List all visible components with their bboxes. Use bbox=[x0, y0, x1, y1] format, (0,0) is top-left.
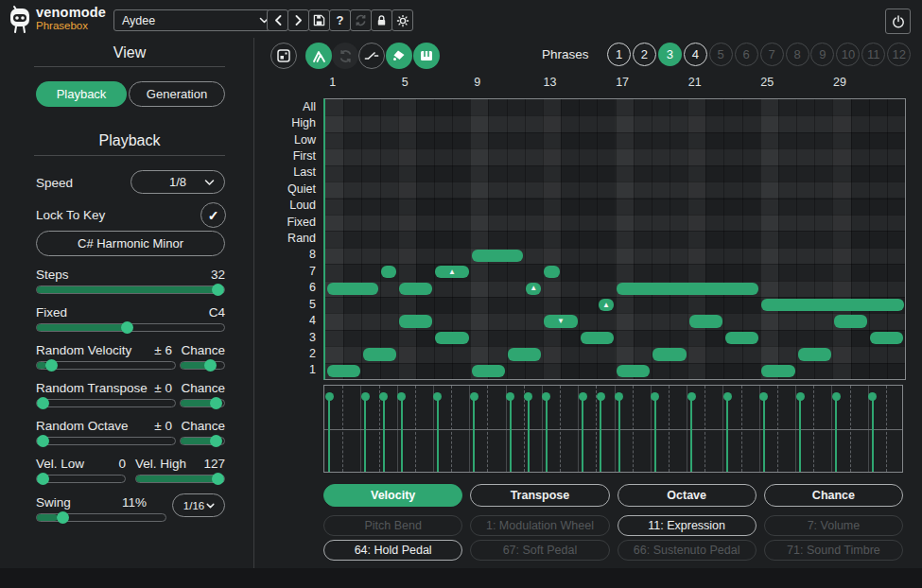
velocity-stem-step25[interactable] bbox=[763, 397, 765, 472]
velocity-stem-step23[interactable] bbox=[726, 397, 728, 472]
draw-tool-button[interactable] bbox=[305, 43, 332, 69]
save-preset-button[interactable] bbox=[308, 9, 330, 31]
slider-thumb[interactable] bbox=[45, 359, 58, 372]
scale-select-button[interactable]: C# Harmonic Minor bbox=[36, 231, 225, 256]
phrase-button-3[interactable]: 3 bbox=[658, 43, 682, 66]
slider-thumb[interactable] bbox=[210, 435, 222, 447]
param-button-7-volume[interactable]: 7: Volume bbox=[764, 515, 903, 536]
velocity-stem-handle-step7[interactable] bbox=[433, 392, 442, 401]
note-row3-step23[interactable] bbox=[725, 332, 758, 344]
note-row7-step7[interactable]: ▲ bbox=[435, 266, 468, 278]
note-row1-step25[interactable] bbox=[761, 365, 794, 377]
velocity-stem-handle-step16[interactable] bbox=[597, 392, 605, 401]
velocity-stem-handle-step4[interactable] bbox=[379, 392, 388, 401]
refresh-button[interactable] bbox=[350, 9, 372, 31]
preset-select[interactable]: Aydee bbox=[113, 9, 278, 31]
phrase-button-1[interactable]: 1 bbox=[607, 43, 631, 66]
random-transpose-slider[interactable] bbox=[36, 399, 176, 407]
steps-slider[interactable] bbox=[36, 285, 225, 294]
note-row4-step29[interactable] bbox=[834, 315, 867, 327]
random-velocity-chance-slider[interactable] bbox=[180, 361, 225, 370]
note-row3-step7[interactable] bbox=[435, 332, 468, 344]
note-row6-step17[interactable] bbox=[617, 283, 758, 295]
swing-grid-select[interactable]: 1/16 bbox=[172, 493, 225, 517]
note-row8-step9[interactable] bbox=[472, 250, 524, 262]
slider-thumb[interactable] bbox=[121, 321, 133, 334]
note-row1-step9[interactable] bbox=[472, 365, 505, 377]
slider-thumb[interactable] bbox=[37, 397, 49, 409]
velocity-stem-step31[interactable] bbox=[872, 397, 874, 472]
velocity-stem-step9[interactable] bbox=[473, 397, 475, 472]
velocity-stem-handle-step12[interactable] bbox=[524, 392, 532, 401]
help-button[interactable]: ? bbox=[329, 9, 351, 31]
velocity-stem-handle-step25[interactable] bbox=[759, 392, 768, 401]
power-button[interactable] bbox=[885, 9, 911, 34]
velocity-lane[interactable] bbox=[323, 385, 903, 473]
velocity-stem-step12[interactable] bbox=[528, 397, 530, 472]
speed-select[interactable]: 1/8 bbox=[130, 170, 225, 194]
phrase-button-11[interactable]: 11 bbox=[861, 43, 885, 66]
param-button-1-modulation-wheel[interactable]: 1: Modulation Wheel bbox=[470, 515, 609, 536]
phrase-button-9[interactable]: 9 bbox=[810, 43, 834, 66]
phrase-button-6[interactable]: 6 bbox=[735, 43, 758, 66]
lock-to-key-checkbox[interactable]: ✓ bbox=[200, 202, 226, 228]
random-transpose-chance-slider[interactable] bbox=[180, 399, 225, 407]
note-row5-step16[interactable]: ▲ bbox=[599, 299, 614, 311]
note-row2-step19[interactable] bbox=[652, 348, 686, 360]
slider-thumb[interactable] bbox=[204, 359, 217, 372]
note-row7-step4[interactable] bbox=[381, 266, 396, 278]
vel-high-slider[interactable] bbox=[135, 475, 225, 483]
velocity-stem-handle-step31[interactable] bbox=[868, 392, 877, 401]
phrase-button-8[interactable]: 8 bbox=[786, 43, 809, 66]
slider-thumb[interactable] bbox=[212, 284, 224, 296]
velocity-stem-handle-step19[interactable] bbox=[651, 392, 659, 401]
velocity-stem-handle-step27[interactable] bbox=[796, 392, 805, 401]
velocity-stem-step16[interactable] bbox=[600, 397, 601, 472]
param-button-64-hold-pedal[interactable]: 64: Hold Pedal bbox=[323, 540, 462, 561]
note-row6-step5[interactable] bbox=[399, 283, 432, 295]
note-row2-step3[interactable] bbox=[363, 348, 396, 360]
velocity-stem-step17[interactable] bbox=[618, 397, 620, 472]
velocity-stem-handle-step29[interactable] bbox=[832, 392, 841, 401]
slider-thumb[interactable] bbox=[210, 397, 222, 409]
slider-thumb[interactable] bbox=[57, 511, 69, 524]
velocity-stem-handle-step5[interactable] bbox=[397, 392, 406, 401]
param-button-71-sound-timbre[interactable]: 71: Sound Timbre bbox=[764, 540, 903, 561]
lock-button[interactable] bbox=[371, 9, 392, 31]
fixed-slider[interactable] bbox=[36, 323, 225, 332]
next-preset-button[interactable] bbox=[287, 9, 309, 31]
note-row6-step12[interactable]: ▲ bbox=[526, 283, 541, 295]
paint-tool-button[interactable] bbox=[386, 43, 412, 69]
note-row4-step21[interactable] bbox=[689, 315, 722, 327]
param-button-chance[interactable]: Chance bbox=[764, 484, 903, 507]
velocity-stem-step19[interactable] bbox=[654, 397, 656, 472]
legato-tool-button[interactable] bbox=[358, 43, 385, 69]
note-row2-step27[interactable] bbox=[798, 348, 831, 360]
param-button-66-sustenuto-pedal[interactable]: 66: Sustenuto Pedal bbox=[618, 540, 757, 561]
velocity-stem-step11[interactable] bbox=[510, 397, 512, 472]
param-button-pitch-bend[interactable]: Pitch Bend bbox=[323, 515, 462, 536]
phrase-button-10[interactable]: 10 bbox=[836, 43, 860, 66]
velocity-stem-step27[interactable] bbox=[799, 397, 801, 472]
param-button-11-expression[interactable]: 11: Expression bbox=[618, 515, 757, 536]
velocity-stem-step7[interactable] bbox=[437, 397, 439, 472]
param-button-transpose[interactable]: Transpose bbox=[470, 484, 609, 507]
note-row4-step13[interactable]: ▼ bbox=[544, 315, 577, 327]
settings-button[interactable] bbox=[391, 9, 413, 31]
vel-low-slider[interactable] bbox=[36, 475, 126, 483]
velocity-stem-handle-step9[interactable] bbox=[470, 392, 478, 401]
velocity-stem-step13[interactable] bbox=[546, 397, 548, 472]
param-button-velocity[interactable]: Velocity bbox=[323, 484, 462, 507]
velocity-stem-step29[interactable] bbox=[835, 397, 837, 472]
slider-thumb[interactable] bbox=[37, 435, 49, 447]
phrase-button-7[interactable]: 7 bbox=[760, 43, 784, 66]
keyboard-tool-button[interactable] bbox=[413, 43, 440, 69]
velocity-stem-step3[interactable] bbox=[364, 397, 366, 472]
note-row7-step13[interactable] bbox=[544, 266, 559, 278]
swing-slider[interactable] bbox=[36, 513, 166, 522]
random-octave-chance-slider[interactable] bbox=[180, 437, 225, 445]
velocity-stem-step4[interactable] bbox=[383, 397, 385, 472]
previous-preset-button[interactable] bbox=[267, 9, 288, 31]
slider-thumb[interactable] bbox=[37, 473, 49, 485]
note-row6-step1[interactable] bbox=[327, 283, 379, 295]
